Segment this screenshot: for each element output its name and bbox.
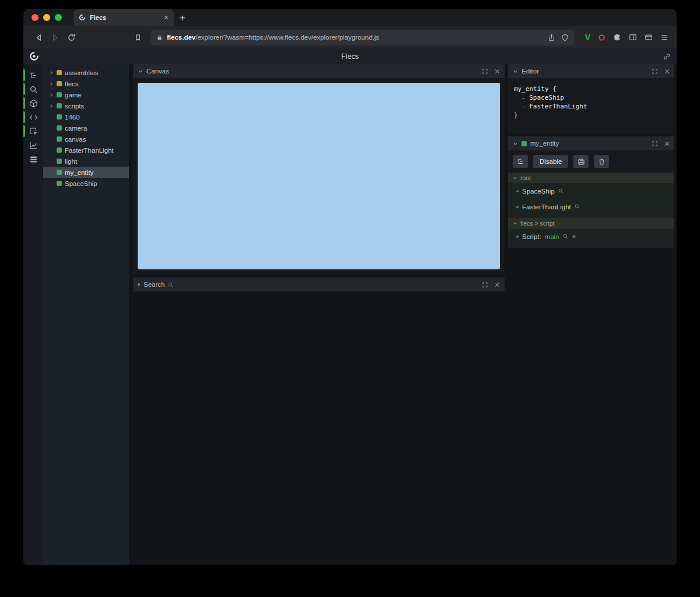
entity-tree-panel: assemblies flecs game scripts 1460 [43,64,129,565]
bookmark-icon[interactable] [131,30,145,44]
script-icon [572,234,576,239]
sidebar-toggle-icon[interactable] [629,33,637,41]
chevron-right-icon[interactable] [48,71,54,75]
tree-item-assemblies[interactable]: assemblies [43,67,129,78]
reload-icon[interactable] [64,30,78,44]
code-line: } [514,111,668,120]
section-root[interactable]: root [508,173,674,183]
chevron-right-icon[interactable] [48,82,54,86]
search-icon[interactable] [575,204,580,209]
entity-square-icon [57,92,62,97]
chevron-down-icon[interactable] [138,69,143,74]
share-icon[interactable] [548,34,555,41]
page-title: Flecs [23,52,677,61]
tree-item-flecs[interactable]: flecs [43,78,129,89]
tree-item-label: canvas [65,136,86,143]
chevron-down-icon [513,221,517,226]
active-indicator [23,111,25,123]
forward-icon[interactable] [48,30,62,44]
close-icon[interactable] [664,69,670,74]
chevron-right-icon[interactable] [48,93,54,97]
component-label: SpaceShip [522,188,555,195]
tab-close-icon[interactable] [164,15,169,20]
url-text: flecs.dev/explorer/?wasm=https://www.fle… [167,34,544,41]
tree-item-label: SpaceShip [65,180,97,187]
disable-button[interactable]: Disable [533,155,568,168]
module-square-icon [57,81,62,86]
tree-item-fasterthanlight[interactable]: FasterThanLight [43,145,129,156]
section-title: root [520,174,531,181]
lock-icon [156,34,163,41]
flecs-logo-icon [29,51,39,61]
shield-icon[interactable] [561,34,569,41]
close-icon[interactable] [664,141,670,146]
extension-v-icon[interactable]: V [585,33,590,42]
collapsed-dot-icon[interactable] [138,283,140,286]
panel-toggle-strip [23,64,43,565]
app-header: Flecs [23,48,677,64]
cube-panel-icon[interactable] [23,97,43,110]
component-row-fasterthanlight[interactable]: FasterThanLight [508,199,674,215]
tree-item-scripts[interactable]: scripts [43,100,129,111]
new-tab-button[interactable]: + [180,13,186,23]
entity-square-icon [57,181,62,186]
url-host: flecs.dev [167,34,195,41]
wallet-card-icon[interactable] [645,33,653,41]
section-flecs-script[interactable]: flecs > script [508,218,674,229]
inspect-panel-icon[interactable] [23,125,43,138]
save-icon[interactable] [573,155,589,168]
tree-item-canvas[interactable]: canvas [43,134,129,145]
active-indicator [23,125,25,137]
rows-panel-icon[interactable] [23,153,43,166]
tree-item-game[interactable]: game [43,89,129,100]
close-icon[interactable] [495,282,500,287]
menu-icon[interactable] [660,33,668,41]
expand-icon[interactable] [482,69,488,74]
code-editor[interactable]: my_entity { - SpaceShip - FasterThanLigh… [508,78,674,126]
minimize-window-button[interactable] [43,14,50,21]
entity-toolbar: Disable [508,150,674,173]
chevron-down-icon[interactable] [513,141,518,146]
search-icon[interactable] [563,234,568,239]
entity-panel-title: my_entity [530,140,645,147]
component-row-script[interactable]: Script: main [508,229,674,244]
render-canvas[interactable] [138,83,500,269]
chevron-down-icon [513,175,517,180]
code-panel-icon[interactable] [23,111,43,124]
tree-item-camera[interactable]: camera [43,122,129,134]
expand-icon[interactable] [652,141,657,146]
address-bar[interactable]: flecs.dev/explorer/?wasm=https://www.fle… [150,30,575,45]
link-icon[interactable] [663,52,671,61]
tree-item-my-entity[interactable]: my_entity [43,167,129,178]
chevron-down-icon[interactable] [513,69,518,74]
browser-tab[interactable]: Flecs [74,9,174,26]
tree-item-label: FasterThanLight [65,147,114,154]
search-icon[interactable] [558,188,564,194]
close-window-button[interactable] [32,14,38,21]
tree-item-label: scripts [65,103,84,110]
chevron-right-icon[interactable] [48,104,54,108]
tree-item-1460[interactable]: 1460 [43,111,129,122]
tree-item-light[interactable]: light [43,156,129,167]
chart-panel-icon[interactable] [23,139,43,152]
tree-panel-icon[interactable] [23,69,43,82]
entity-square-icon [57,148,62,153]
expand-icon[interactable] [652,69,657,74]
tree-item-label: 1460 [65,114,80,121]
component-row-spaceship[interactable]: SpaceShip [508,183,674,199]
extension-record-icon[interactable] [598,34,606,41]
tree-view-button[interactable] [513,155,528,168]
back-icon[interactable] [32,30,46,44]
active-indicator [23,97,25,109]
expand-icon[interactable] [482,282,488,287]
tab-favicon-icon [79,14,86,21]
entity-square-icon [57,103,62,108]
search-panel-header: Search [133,278,505,292]
close-icon[interactable] [495,69,500,74]
zoom-window-button[interactable] [55,14,62,21]
search-panel-icon[interactable] [23,83,43,96]
tree-item-spaceship[interactable]: SpaceShip [43,178,129,189]
address-bar-actions [548,34,569,41]
delete-icon[interactable] [594,155,609,168]
extensions-puzzle-icon[interactable] [613,33,621,41]
